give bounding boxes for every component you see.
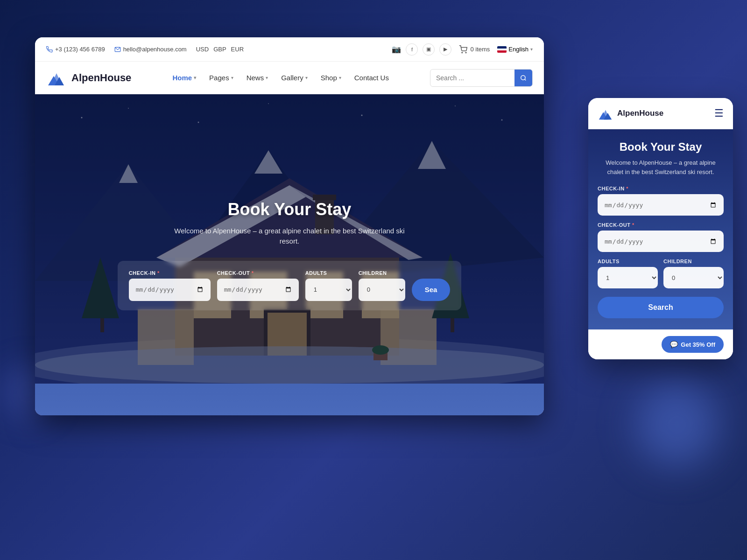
adults-group: ADULTS 1 2 3 4 [305,270,352,301]
nav-gallery[interactable]: Gallery ▾ [281,74,308,82]
discount-button[interactable]: 💬 Get 35% Off [662,336,724,353]
svg-line-7 [525,79,526,80]
nav-contact[interactable]: Contact Us [354,74,389,82]
mobile-logo-area[interactable]: AlpenHouse [598,105,663,121]
email-icon [114,46,121,53]
mobile-checkout-label: CHECK-OUT * [598,222,724,228]
children-label: CHILDREN [359,270,405,276]
svg-point-1 [462,52,463,53]
mobile-checkout-group: CHECK-OUT * [598,222,724,252]
currency-group: USD GBP EUR [196,46,244,53]
nav-news-label: News [247,74,264,82]
phone-info: +3 (123) 456 6789 [46,46,105,53]
svg-point-2 [466,52,467,53]
browser-window: +3 (123) 456 6789 hello@alpenhouse.com U… [35,37,544,415]
mobile-search-button[interactable]: Search [598,297,724,318]
mobile-hero-subtitle: Welcome to AlpenHouse – a great alpine c… [598,158,724,176]
search-input[interactable] [430,74,514,82]
language-selector[interactable]: English ▾ [497,46,533,53]
mobile-children-select[interactable]: 0 1 2 3 [663,267,724,288]
search-bar [430,69,533,87]
children-group: CHILDREN 0 1 2 3 [359,270,405,301]
mobile-adults-label: ADULTS [598,259,658,264]
main-search-button[interactable]: Sea [412,279,451,301]
mobile-checkin-group: CHECK-IN * [598,186,724,216]
mobile-body: Book Your Stay Welcome to AlpenHouse – a… [588,129,733,329]
booking-form: CHECK-IN * CHECK-OUT * ADULTS 1 2 3 4 [118,261,462,310]
phone-number: +3 (123) 456 6789 [55,46,105,53]
instagram-icon-btn[interactable]: ▣ [423,43,435,56]
youtube-icon-btn[interactable]: ▶ [439,43,451,56]
nav-home[interactable]: Home ▾ [172,74,196,82]
mobile-checkout-input[interactable] [598,231,724,252]
nav-pages[interactable]: Pages ▾ [209,74,233,82]
cart-icon [459,45,467,54]
checkout-required: * [252,270,254,276]
checkin-input[interactable] [129,279,211,301]
hero-content: Book Your Stay Welcome to AlpenHouse – a… [168,200,411,247]
currency-eur[interactable]: EUR [231,46,244,53]
language-label: English [508,46,529,53]
hero-subtitle: Welcome to AlpenHouse – a great alpine c… [168,226,411,247]
search-button[interactable] [514,69,532,87]
checkin-group: CHECK-IN * [129,270,211,301]
nav-shop[interactable]: Shop ▾ [321,74,341,82]
nav-home-label: Home [172,74,192,82]
currency-usd[interactable]: USD [196,46,209,53]
flag-icon [497,46,507,53]
nav-pages-label: Pages [209,74,229,82]
svg-point-6 [521,75,525,79]
currency-gbp[interactable]: GBP [213,46,226,53]
adults-select[interactable]: 1 2 3 4 [305,279,352,301]
nav-bar: AlpenHouse Home ▾ Pages ▾ News ▾ Gallery… [35,62,544,94]
nav-shop-chevron: ▾ [339,75,341,80]
hamburger-menu-button[interactable]: ☰ [714,107,724,119]
checkin-label: CHECK-IN * [129,270,211,276]
children-select[interactable]: 0 1 2 3 [359,279,405,301]
chat-icon: 💬 [670,341,678,348]
nav-shop-label: Shop [321,74,337,82]
mobile-footer: 💬 Get 35% Off [588,329,733,359]
hero-title: Book Your Stay [168,200,411,219]
logo-area[interactable]: AlpenHouse [46,68,131,88]
logo-text: AlpenHouse [71,72,131,84]
mobile-checkin-input[interactable] [598,194,724,216]
lang-chevron-icon: ▾ [530,47,533,52]
nav-links: Home ▾ Pages ▾ News ▾ Gallery ▾ Shop ▾ C… [172,74,389,82]
bg-blob-right [635,383,719,467]
cart-info[interactable]: 0 items [459,45,490,54]
mobile-logo-icon [598,105,613,121]
cart-count: 0 items [470,46,490,53]
nav-gallery-label: Gallery [281,74,303,82]
phone-icon [46,46,53,53]
nav-news-chevron: ▾ [266,75,268,80]
adults-label: ADULTS [305,270,352,276]
email-address: hello@alpenhouse.com [123,46,187,53]
mobile-hero-title: Book Your Stay [598,140,724,154]
nav-news[interactable]: News ▾ [247,74,268,82]
search-icon [520,75,527,81]
hero-section: Book Your Stay Welcome to AlpenHouse – a… [35,94,544,415]
logo-icon [46,68,67,88]
top-bar: +3 (123) 456 6789 hello@alpenhouse.com U… [35,37,544,62]
nav-pages-chevron: ▾ [231,75,233,80]
camera-icon-btn[interactable]: 📷 [392,45,401,54]
nav-contact-label: Contact Us [354,74,389,82]
mobile-checkin-label: CHECK-IN * [598,186,724,191]
facebook-icon-btn[interactable]: f [406,43,418,56]
nav-gallery-chevron: ▾ [305,75,308,80]
top-bar-right: 📷 f ▣ ▶ 0 items English ▾ [392,43,533,56]
checkin-required: * [157,270,160,276]
checkout-input[interactable] [217,279,299,301]
house-background [35,94,544,415]
mobile-children-label: CHILDREN [663,259,724,264]
checkout-label: CHECK-OUT * [217,270,299,276]
mobile-adults-children-row: ADULTS 1 2 3 4 CHILDREN 0 1 2 3 [598,259,724,288]
top-bar-left: +3 (123) 456 6789 hello@alpenhouse.com U… [46,46,244,53]
mobile-header: AlpenHouse ☰ [588,98,733,129]
mobile-adults-select[interactable]: 1 2 3 4 [598,267,658,288]
email-info: hello@alpenhouse.com [114,46,187,53]
mobile-adults-group: ADULTS 1 2 3 4 [598,259,658,288]
discount-label: Get 35% Off [681,341,715,348]
mobile-children-group: CHILDREN 0 1 2 3 [663,259,724,288]
